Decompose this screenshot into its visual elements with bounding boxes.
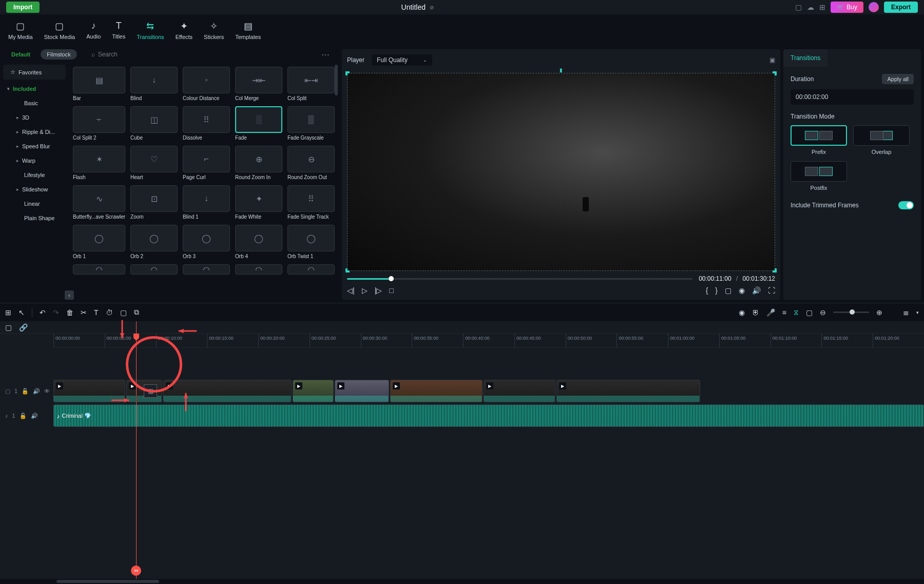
scrub-handle[interactable]	[389, 276, 394, 281]
scrub-track[interactable]	[347, 278, 692, 280]
video-clip[interactable]: ▶	[53, 380, 125, 402]
marker-icon[interactable]: ▢	[806, 308, 813, 317]
transition-fade-grayscale[interactable]: ▒Fade Grayscale	[287, 106, 335, 141]
subtab-filmstock[interactable]: Filmstock	[41, 49, 76, 60]
sidebar-favorites[interactable]: ☆ Favorites	[3, 65, 66, 80]
timeline-view-icon[interactable]: ≣	[903, 308, 909, 317]
sidebar-item-warp[interactable]: ▸Warp	[0, 153, 69, 168]
video-clip[interactable]: ▶	[484, 380, 555, 402]
mark-out-icon[interactable]: }	[715, 286, 718, 295]
undo-icon[interactable]: ↶	[40, 308, 46, 317]
scissor-icon[interactable]: ✂	[131, 566, 141, 576]
delete-icon[interactable]: 🗑	[66, 308, 73, 317]
search-input[interactable]	[98, 51, 175, 58]
transition-item[interactable]: ◠	[183, 264, 230, 275]
transition-cube[interactable]: ◫Cube	[130, 106, 178, 141]
tab-effects[interactable]: ✦Effects	[175, 18, 194, 42]
avatar[interactable]	[869, 2, 879, 12]
transition-fade[interactable]: ░Fade	[235, 106, 282, 141]
mic-icon[interactable]: 🎤	[766, 308, 775, 317]
sidebar-item-slideshow[interactable]: ▸Slideshow	[0, 182, 69, 197]
zoom-slider[interactable]	[833, 312, 869, 313]
sidebar-collapse-button[interactable]: ‹	[65, 290, 74, 300]
volume-icon[interactable]: 🔊	[752, 286, 761, 295]
snapshot-settings-icon[interactable]: ▣	[769, 56, 775, 64]
sidebar-item-3d[interactable]: ▸3D	[0, 110, 69, 125]
video-track-body[interactable]: ▶ ▶ ▦ ▶ ▶ ▶ ▶ ▶ ▶	[53, 379, 924, 403]
buy-button[interactable]: 🛒 Buy	[831, 2, 863, 13]
transition-col-split[interactable]: ⇤⇥Col Split	[287, 67, 335, 101]
transition-bar[interactable]: ▤Bar	[73, 67, 125, 101]
sidebar-included[interactable]: ▾ Included	[0, 82, 69, 96]
transition-flash[interactable]: ✶Flash	[73, 146, 125, 180]
transition-zoom[interactable]: ⊡Zoom	[130, 185, 178, 220]
timeline-menu-icon[interactable]: ▾	[916, 310, 919, 315]
mode-prefix[interactable]: Prefix	[791, 125, 847, 155]
inspector-tab-transitions[interactable]: Transitions	[783, 49, 827, 67]
mute-icon[interactable]: 🔊	[31, 413, 38, 419]
apply-all-button[interactable]: Apply all	[882, 74, 914, 84]
display-icon[interactable]: ▢	[795, 3, 802, 11]
cloud-icon[interactable]: ☁	[807, 3, 814, 11]
sidebar-item-ripple-di-[interactable]: ▸Ripple & Di...	[0, 125, 69, 139]
visibility-icon[interactable]: 👁	[44, 388, 50, 394]
transition-item[interactable]: ◠	[235, 264, 282, 275]
track-manage-icon[interactable]: ▢	[5, 323, 12, 332]
timeline-ruler[interactable]: 00:00:00:0000:00:05:0000:00:10:0000:00:1…	[53, 334, 924, 348]
mode-postfix[interactable]: Postfix	[791, 161, 847, 191]
tab-transitions[interactable]: ⇆Transitions	[136, 18, 165, 42]
playhead[interactable]: ✂	[136, 321, 137, 579]
text-tool-icon[interactable]: T	[94, 308, 99, 317]
speed-icon[interactable]: ⏱	[106, 308, 113, 317]
mute-icon[interactable]: 🔊	[33, 388, 40, 395]
play-icon[interactable]: ▷	[362, 286, 368, 295]
transition-fade-white[interactable]: ✦Fade White	[235, 185, 282, 220]
color-icon[interactable]: ◉	[739, 308, 745, 317]
crop-icon[interactable]: ▢	[120, 308, 127, 317]
video-clip[interactable]: ▶	[335, 380, 389, 402]
transition-heart[interactable]: ♡Heart	[130, 146, 178, 180]
tab-templates[interactable]: ▤Templates	[234, 18, 262, 42]
selection-tool-icon[interactable]: ⊞	[5, 308, 11, 317]
transition-orb-twist-1[interactable]: ◯Orb Twist 1	[287, 225, 335, 259]
audio-clip[interactable]: ♪Criminal 💎	[53, 404, 924, 427]
sidebar-item-speed-blur[interactable]: ▸Speed Blur	[0, 139, 69, 153]
stop-icon[interactable]: □	[389, 286, 393, 295]
transition-blind-1[interactable]: ↓Blind 1	[183, 185, 230, 220]
mode-overlap[interactable]: Overlap	[853, 125, 910, 155]
transition-colour-distance[interactable]: ◦Colour Distance	[183, 67, 230, 101]
tab-stickers[interactable]: ✧Stickers	[203, 18, 225, 42]
transition-page-curl[interactable]: ⌐Page Curl	[183, 146, 230, 180]
lock-icon[interactable]: 🔓	[22, 388, 29, 395]
lock-icon[interactable]: 🔓	[20, 413, 27, 419]
mark-in-icon[interactable]: {	[706, 286, 708, 295]
horizontal-scrollbar[interactable]	[0, 579, 924, 584]
video-clip[interactable]: ▶	[390, 380, 483, 402]
step-back-icon[interactable]: ◁|	[347, 286, 355, 295]
transition-on-clip[interactable]: ▦	[144, 384, 157, 398]
grid-scrollbar[interactable]	[335, 65, 338, 95]
transition-blind[interactable]: ↓Blind	[130, 67, 178, 101]
duration-field[interactable]: 00:00:02:00	[791, 89, 914, 105]
shield-icon[interactable]: ⛨	[752, 308, 759, 317]
transition-round-zoom-in[interactable]: ⊕Round Zoom In	[235, 146, 282, 180]
video-preview[interactable]: ▮	[347, 73, 775, 271]
video-clip[interactable]: ▶	[556, 380, 700, 402]
zoom-handle[interactable]	[850, 309, 855, 315]
fullscreen-icon[interactable]: ⛶	[768, 286, 775, 295]
transition-col-split-2[interactable]: ⫟Col Split 2	[73, 106, 125, 141]
export-button[interactable]: Export	[884, 2, 918, 13]
camera-icon[interactable]: ◉	[739, 286, 745, 295]
subtab-default[interactable]: Default	[5, 49, 36, 60]
video-clip[interactable]: ▶	[163, 380, 292, 402]
zoom-out-icon[interactable]: ⊖	[820, 308, 826, 317]
transition-item[interactable]: ◠	[73, 264, 125, 275]
link-icon[interactable]: ⧉	[134, 308, 139, 317]
display-mode-icon[interactable]: ▢	[725, 286, 732, 295]
transition-col-merge[interactable]: ⇥⇤Col Merge	[235, 67, 282, 101]
pointer-tool-icon[interactable]: ↖	[18, 308, 25, 317]
tab-audio[interactable]: ♪Audio	[85, 18, 102, 42]
zoom-in-icon[interactable]: ⊕	[876, 308, 882, 317]
magnet-icon[interactable]: ⧖	[794, 308, 799, 317]
sidebar-item-linear[interactable]: Linear	[0, 197, 69, 211]
